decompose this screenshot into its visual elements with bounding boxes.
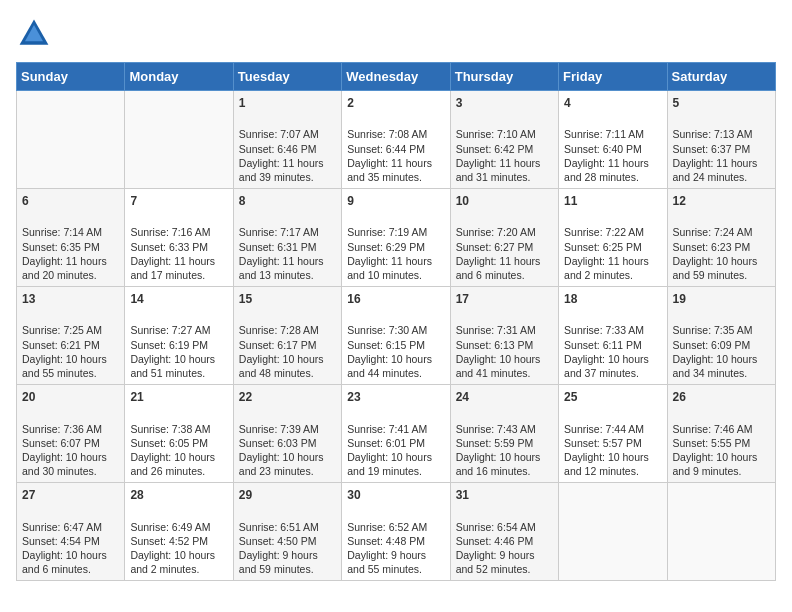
day-number: 22 (239, 389, 336, 405)
daylight-text: Daylight: 10 hours and 51 minutes. (130, 353, 215, 379)
calendar-day-cell: 9Sunrise: 7:19 AMSunset: 6:29 PMDaylight… (342, 189, 450, 287)
calendar-day-cell: 18Sunrise: 7:33 AMSunset: 6:11 PMDayligh… (559, 287, 667, 385)
day-number: 21 (130, 389, 227, 405)
daylight-text: Daylight: 11 hours and 39 minutes. (239, 157, 324, 183)
daylight-text: Daylight: 9 hours and 52 minutes. (456, 549, 535, 575)
calendar-day-cell: 2Sunrise: 7:08 AMSunset: 6:44 PMDaylight… (342, 91, 450, 189)
calendar-day-cell: 14Sunrise: 7:27 AMSunset: 6:19 PMDayligh… (125, 287, 233, 385)
sunrise-text: Sunrise: 6:52 AM (347, 521, 427, 533)
day-number: 7 (130, 193, 227, 209)
daylight-text: Daylight: 11 hours and 10 minutes. (347, 255, 432, 281)
sunrise-text: Sunrise: 7:08 AM (347, 128, 427, 140)
calendar-day-cell: 7Sunrise: 7:16 AMSunset: 6:33 PMDaylight… (125, 189, 233, 287)
sunset-text: Sunset: 6:40 PM (564, 143, 642, 155)
calendar-day-cell: 4Sunrise: 7:11 AMSunset: 6:40 PMDaylight… (559, 91, 667, 189)
day-number: 14 (130, 291, 227, 307)
day-number: 25 (564, 389, 661, 405)
sunset-text: Sunset: 6:07 PM (22, 437, 100, 449)
day-number: 9 (347, 193, 444, 209)
sunrise-text: Sunrise: 7:13 AM (673, 128, 753, 140)
calendar-day-cell: 30Sunrise: 6:52 AMSunset: 4:48 PMDayligh… (342, 483, 450, 581)
day-number: 10 (456, 193, 553, 209)
sunset-text: Sunset: 6:42 PM (456, 143, 534, 155)
sunset-text: Sunset: 6:13 PM (456, 339, 534, 351)
day-number: 6 (22, 193, 119, 209)
day-number: 1 (239, 95, 336, 111)
day-number: 26 (673, 389, 770, 405)
sunrise-text: Sunrise: 7:30 AM (347, 324, 427, 336)
day-number: 18 (564, 291, 661, 307)
sunset-text: Sunset: 6:44 PM (347, 143, 425, 155)
daylight-text: Daylight: 10 hours and 34 minutes. (673, 353, 758, 379)
daylight-text: Daylight: 10 hours and 55 minutes. (22, 353, 107, 379)
sunrise-text: Sunrise: 7:39 AM (239, 423, 319, 435)
sunset-text: Sunset: 6:05 PM (130, 437, 208, 449)
day-number: 2 (347, 95, 444, 111)
sunset-text: Sunset: 4:54 PM (22, 535, 100, 547)
sunset-text: Sunset: 6:46 PM (239, 143, 317, 155)
sunset-text: Sunset: 6:15 PM (347, 339, 425, 351)
weekday-header: Friday (559, 63, 667, 91)
daylight-text: Daylight: 11 hours and 20 minutes. (22, 255, 107, 281)
day-number: 15 (239, 291, 336, 307)
weekday-header: Thursday (450, 63, 558, 91)
daylight-text: Daylight: 10 hours and 12 minutes. (564, 451, 649, 477)
logo-icon (16, 16, 52, 52)
sunset-text: Sunset: 6:11 PM (564, 339, 642, 351)
sunrise-text: Sunrise: 7:22 AM (564, 226, 644, 238)
calendar-day-cell: 13Sunrise: 7:25 AMSunset: 6:21 PMDayligh… (17, 287, 125, 385)
sunset-text: Sunset: 5:55 PM (673, 437, 751, 449)
weekday-header-row: SundayMondayTuesdayWednesdayThursdayFrid… (17, 63, 776, 91)
calendar-day-cell: 24Sunrise: 7:43 AMSunset: 5:59 PMDayligh… (450, 385, 558, 483)
calendar-day-cell: 26Sunrise: 7:46 AMSunset: 5:55 PMDayligh… (667, 385, 775, 483)
daylight-text: Daylight: 10 hours and 6 minutes. (22, 549, 107, 575)
sunset-text: Sunset: 4:52 PM (130, 535, 208, 547)
daylight-text: Daylight: 10 hours and 26 minutes. (130, 451, 215, 477)
calendar-week-row: 13Sunrise: 7:25 AMSunset: 6:21 PMDayligh… (17, 287, 776, 385)
daylight-text: Daylight: 11 hours and 2 minutes. (564, 255, 649, 281)
calendar-day-cell: 25Sunrise: 7:44 AMSunset: 5:57 PMDayligh… (559, 385, 667, 483)
sunrise-text: Sunrise: 7:38 AM (130, 423, 210, 435)
sunrise-text: Sunrise: 7:43 AM (456, 423, 536, 435)
day-number: 20 (22, 389, 119, 405)
sunset-text: Sunset: 6:31 PM (239, 241, 317, 253)
calendar-day-cell: 29Sunrise: 6:51 AMSunset: 4:50 PMDayligh… (233, 483, 341, 581)
calendar-day-cell (559, 483, 667, 581)
day-number: 16 (347, 291, 444, 307)
calendar-day-cell: 11Sunrise: 7:22 AMSunset: 6:25 PMDayligh… (559, 189, 667, 287)
sunset-text: Sunset: 6:35 PM (22, 241, 100, 253)
weekday-header: Sunday (17, 63, 125, 91)
day-number: 17 (456, 291, 553, 307)
sunrise-text: Sunrise: 7:27 AM (130, 324, 210, 336)
day-number: 28 (130, 487, 227, 503)
weekday-header: Wednesday (342, 63, 450, 91)
day-number: 4 (564, 95, 661, 111)
daylight-text: Daylight: 10 hours and 44 minutes. (347, 353, 432, 379)
calendar-day-cell: 1Sunrise: 7:07 AMSunset: 6:46 PMDaylight… (233, 91, 341, 189)
sunrise-text: Sunrise: 7:28 AM (239, 324, 319, 336)
page-header (16, 16, 776, 52)
calendar-day-cell: 6Sunrise: 7:14 AMSunset: 6:35 PMDaylight… (17, 189, 125, 287)
sunset-text: Sunset: 6:37 PM (673, 143, 751, 155)
sunset-text: Sunset: 4:48 PM (347, 535, 425, 547)
calendar-table: SundayMondayTuesdayWednesdayThursdayFrid… (16, 62, 776, 581)
sunset-text: Sunset: 6:27 PM (456, 241, 534, 253)
day-number: 8 (239, 193, 336, 209)
daylight-text: Daylight: 10 hours and 16 minutes. (456, 451, 541, 477)
sunset-text: Sunset: 6:29 PM (347, 241, 425, 253)
sunrise-text: Sunrise: 7:07 AM (239, 128, 319, 140)
daylight-text: Daylight: 9 hours and 55 minutes. (347, 549, 426, 575)
calendar-day-cell: 10Sunrise: 7:20 AMSunset: 6:27 PMDayligh… (450, 189, 558, 287)
sunrise-text: Sunrise: 7:16 AM (130, 226, 210, 238)
calendar-day-cell: 23Sunrise: 7:41 AMSunset: 6:01 PMDayligh… (342, 385, 450, 483)
calendar-day-cell: 20Sunrise: 7:36 AMSunset: 6:07 PMDayligh… (17, 385, 125, 483)
daylight-text: Daylight: 10 hours and 2 minutes. (130, 549, 215, 575)
calendar-day-cell: 8Sunrise: 7:17 AMSunset: 6:31 PMDaylight… (233, 189, 341, 287)
sunrise-text: Sunrise: 7:11 AM (564, 128, 644, 140)
sunset-text: Sunset: 6:03 PM (239, 437, 317, 449)
day-number: 24 (456, 389, 553, 405)
calendar-day-cell: 3Sunrise: 7:10 AMSunset: 6:42 PMDaylight… (450, 91, 558, 189)
daylight-text: Daylight: 11 hours and 35 minutes. (347, 157, 432, 183)
sunrise-text: Sunrise: 7:41 AM (347, 423, 427, 435)
sunrise-text: Sunrise: 7:31 AM (456, 324, 536, 336)
